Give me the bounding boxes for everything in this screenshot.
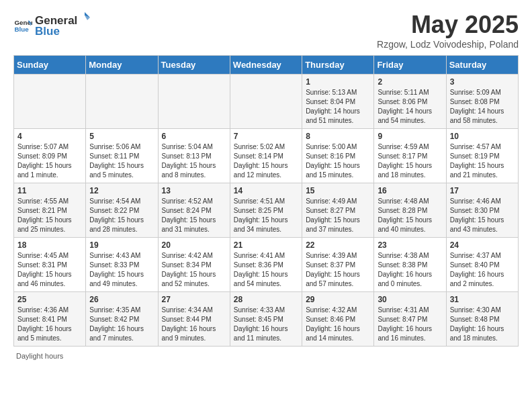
- day-info: Sunrise: 4:32 AM Sunset: 8:46 PM Dayligh…: [306, 306, 370, 343]
- calendar-cell: 9Sunrise: 4:59 AM Sunset: 8:17 PM Daylig…: [374, 129, 446, 183]
- day-number: 4: [17, 132, 82, 141]
- day-number: 9: [378, 132, 442, 141]
- calendar-cell: 24Sunrise: 4:37 AM Sunset: 8:40 PM Dayli…: [446, 238, 518, 292]
- calendar-cell: 4Sunrise: 5:07 AM Sunset: 8:09 PM Daylig…: [14, 129, 86, 183]
- day-info: Sunrise: 5:09 AM Sunset: 8:08 PM Dayligh…: [450, 88, 515, 126]
- day-info: Sunrise: 4:31 AM Sunset: 8:47 PM Dayligh…: [378, 306, 442, 343]
- calendar-cell: 29Sunrise: 4:32 AM Sunset: 8:46 PM Dayli…: [302, 292, 374, 347]
- calendar-header-wednesday: Wednesday: [230, 56, 302, 75]
- calendar-cell: 15Sunrise: 4:49 AM Sunset: 8:27 PM Dayli…: [302, 183, 374, 238]
- calendar-cell: 31Sunrise: 4:30 AM Sunset: 8:48 PM Dayli…: [446, 292, 518, 347]
- day-number: 20: [162, 240, 226, 250]
- day-info: Sunrise: 5:07 AM Sunset: 8:09 PM Dayligh…: [17, 142, 82, 180]
- calendar-cell: 5Sunrise: 5:06 AM Sunset: 8:11 PM Daylig…: [86, 129, 158, 183]
- calendar-cell: 22Sunrise: 4:39 AM Sunset: 8:37 PM Dayli…: [302, 238, 374, 292]
- calendar-week-row: 18Sunrise: 4:45 AM Sunset: 8:31 PM Dayli…: [14, 238, 519, 292]
- day-number: 26: [89, 295, 154, 304]
- calendar-header-row: SundayMondayTuesdayWednesdayThursdayFrid…: [14, 56, 519, 75]
- calendar-cell: 14Sunrise: 4:51 AM Sunset: 8:25 PM Dayli…: [230, 183, 302, 238]
- day-number: 19: [89, 240, 154, 250]
- calendar-cell: [230, 75, 302, 129]
- day-info: Sunrise: 5:13 AM Sunset: 8:04 PM Dayligh…: [306, 88, 370, 126]
- calendar-header-tuesday: Tuesday: [158, 56, 230, 75]
- day-number: 8: [306, 132, 370, 141]
- calendar-cell: 30Sunrise: 4:31 AM Sunset: 8:47 PM Dayli…: [374, 292, 446, 347]
- day-info: Sunrise: 5:11 AM Sunset: 8:06 PM Dayligh…: [378, 88, 442, 126]
- calendar-cell: 13Sunrise: 4:52 AM Sunset: 8:24 PM Dayli…: [158, 183, 230, 238]
- day-info: Sunrise: 4:37 AM Sunset: 8:40 PM Dayligh…: [450, 251, 515, 289]
- day-number: 31: [450, 295, 515, 304]
- day-info: Sunrise: 4:46 AM Sunset: 8:30 PM Dayligh…: [450, 197, 515, 234]
- footer-text: Daylight hours: [16, 352, 63, 360]
- day-number: 2: [378, 77, 442, 87]
- calendar-cell: 16Sunrise: 4:48 AM Sunset: 8:28 PM Dayli…: [374, 183, 446, 238]
- day-info: Sunrise: 4:48 AM Sunset: 8:28 PM Dayligh…: [378, 197, 442, 234]
- day-info: Sunrise: 5:04 AM Sunset: 8:13 PM Dayligh…: [162, 142, 226, 180]
- calendar-cell: 17Sunrise: 4:46 AM Sunset: 8:30 PM Dayli…: [446, 183, 518, 238]
- logo-icon: General Blue: [13, 15, 32, 34]
- calendar-cell: 27Sunrise: 4:34 AM Sunset: 8:44 PM Dayli…: [158, 292, 230, 347]
- calendar-table: SundayMondayTuesdayWednesdayThursdayFrid…: [13, 55, 519, 347]
- calendar-cell: 19Sunrise: 4:43 AM Sunset: 8:33 PM Dayli…: [86, 238, 158, 292]
- day-info: Sunrise: 4:52 AM Sunset: 8:24 PM Dayligh…: [162, 197, 226, 234]
- day-info: Sunrise: 4:49 AM Sunset: 8:27 PM Dayligh…: [306, 197, 370, 234]
- day-info: Sunrise: 4:39 AM Sunset: 8:37 PM Dayligh…: [306, 251, 370, 289]
- day-info: Sunrise: 5:06 AM Sunset: 8:11 PM Dayligh…: [89, 142, 154, 180]
- calendar-cell: 3Sunrise: 5:09 AM Sunset: 8:08 PM Daylig…: [446, 75, 518, 129]
- day-number: 1: [306, 77, 370, 87]
- day-number: 5: [89, 132, 154, 141]
- day-info: Sunrise: 5:02 AM Sunset: 8:14 PM Dayligh…: [234, 142, 298, 180]
- calendar-cell: 2Sunrise: 5:11 AM Sunset: 8:06 PM Daylig…: [374, 75, 446, 129]
- day-info: Sunrise: 4:34 AM Sunset: 8:44 PM Dayligh…: [162, 306, 226, 343]
- day-info: Sunrise: 4:54 AM Sunset: 8:22 PM Dayligh…: [89, 197, 154, 234]
- day-number: 16: [378, 186, 442, 195]
- day-number: 11: [17, 186, 82, 195]
- title-area: May 2025 Rzgow, Lodz Voivodeship, Poland: [377, 11, 519, 50]
- day-number: 29: [306, 295, 370, 304]
- day-number: 12: [89, 186, 154, 195]
- day-number: 15: [306, 186, 370, 195]
- calendar-cell: [14, 75, 86, 129]
- logo-flag-icon: [78, 11, 91, 24]
- calendar-cell: 18Sunrise: 4:45 AM Sunset: 8:31 PM Dayli…: [14, 238, 86, 292]
- calendar-header-friday: Friday: [374, 56, 446, 75]
- day-number: 3: [450, 77, 515, 87]
- day-number: 7: [234, 132, 298, 141]
- day-number: 25: [17, 295, 82, 304]
- day-info: Sunrise: 4:51 AM Sunset: 8:25 PM Dayligh…: [234, 197, 298, 234]
- calendar-cell: 7Sunrise: 5:02 AM Sunset: 8:14 PM Daylig…: [230, 129, 302, 183]
- calendar-cell: 11Sunrise: 4:55 AM Sunset: 8:21 PM Dayli…: [14, 183, 86, 238]
- day-number: 13: [162, 186, 226, 195]
- calendar-week-row: 1Sunrise: 5:13 AM Sunset: 8:04 PM Daylig…: [14, 75, 519, 129]
- calendar-week-row: 4Sunrise: 5:07 AM Sunset: 8:09 PM Daylig…: [14, 129, 519, 183]
- day-info: Sunrise: 4:36 AM Sunset: 8:41 PM Dayligh…: [17, 306, 82, 343]
- day-number: 6: [162, 132, 226, 141]
- calendar-cell: 1Sunrise: 5:13 AM Sunset: 8:04 PM Daylig…: [302, 75, 374, 129]
- day-number: 30: [378, 295, 442, 304]
- calendar-cell: [86, 75, 158, 129]
- logo: General Blue General Blue: [13, 11, 92, 38]
- day-number: 22: [306, 240, 370, 250]
- calendar-header-monday: Monday: [86, 56, 158, 75]
- calendar-cell: 20Sunrise: 4:42 AM Sunset: 8:34 PM Dayli…: [158, 238, 230, 292]
- day-info: Sunrise: 4:55 AM Sunset: 8:21 PM Dayligh…: [17, 197, 82, 234]
- calendar-header-thursday: Thursday: [302, 56, 374, 75]
- header: General Blue General Blue May 2025 Rzgow…: [13, 11, 519, 50]
- calendar-cell: 10Sunrise: 4:57 AM Sunset: 8:19 PM Dayli…: [446, 129, 518, 183]
- day-number: 10: [450, 132, 515, 141]
- calendar-cell: [158, 75, 230, 129]
- day-number: 21: [234, 240, 298, 250]
- day-number: 17: [450, 186, 515, 195]
- day-info: Sunrise: 4:30 AM Sunset: 8:48 PM Dayligh…: [450, 306, 515, 343]
- calendar-cell: 25Sunrise: 4:36 AM Sunset: 8:41 PM Dayli…: [14, 292, 86, 347]
- day-info: Sunrise: 4:33 AM Sunset: 8:45 PM Dayligh…: [234, 306, 298, 343]
- day-info: Sunrise: 4:35 AM Sunset: 8:42 PM Dayligh…: [89, 306, 154, 343]
- day-info: Sunrise: 4:43 AM Sunset: 8:33 PM Dayligh…: [89, 251, 154, 289]
- day-number: 24: [450, 240, 515, 250]
- day-info: Sunrise: 4:59 AM Sunset: 8:17 PM Dayligh…: [378, 142, 442, 180]
- main-title: May 2025: [377, 11, 519, 39]
- day-info: Sunrise: 4:45 AM Sunset: 8:31 PM Dayligh…: [17, 251, 82, 289]
- day-number: 14: [234, 186, 298, 195]
- day-number: 27: [162, 295, 226, 304]
- calendar-week-row: 25Sunrise: 4:36 AM Sunset: 8:41 PM Dayli…: [14, 292, 519, 347]
